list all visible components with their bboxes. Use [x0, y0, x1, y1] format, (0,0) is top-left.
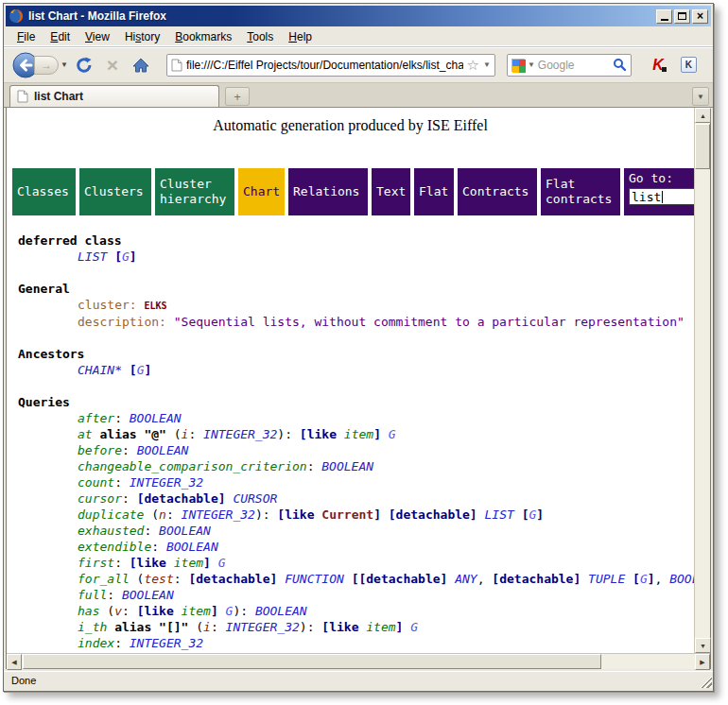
- feature-link[interactable]: count: [78, 475, 114, 490]
- resize-grip[interactable]: [700, 676, 712, 688]
- class-link[interactable]: INTEGER_32: [203, 427, 277, 441]
- feature-link[interactable]: exhausted: [78, 524, 144, 538]
- class-link[interactable]: BOOLEAN: [166, 540, 218, 554]
- class-link[interactable]: CHAIN*: [78, 363, 122, 377]
- url-dropdown-icon[interactable]: ▼: [483, 60, 491, 69]
- feature-link[interactable]: first: [78, 556, 114, 570]
- title-bar[interactable]: list Chart - Mozilla Firefox ×: [6, 6, 711, 26]
- class-link[interactable]: BOOLEAN: [137, 443, 189, 457]
- nav-button-chart[interactable]: Chart: [238, 168, 285, 215]
- nav-button-text[interactable]: Text: [372, 168, 410, 215]
- class-link[interactable]: INTEGER_32: [307, 652, 381, 653]
- feature-link[interactable]: item: [366, 620, 395, 634]
- vertical-scrollbar[interactable]: ▲ ▼: [694, 108, 710, 653]
- history-dropdown-icon[interactable]: ▼: [61, 60, 68, 69]
- horizontal-scroll-thumb[interactable]: [23, 654, 601, 669]
- generic-link[interactable]: G: [389, 427, 396, 441]
- search-input[interactable]: Google: [538, 59, 610, 72]
- minimize-button[interactable]: [656, 9, 672, 24]
- home-button[interactable]: [129, 57, 153, 74]
- feature-link[interactable]: for_all: [78, 572, 130, 586]
- list-all-tabs-button[interactable]: ▼: [692, 87, 709, 106]
- kaspersky-icon[interactable]: K: [649, 57, 667, 74]
- nav-button-classes[interactable]: Classes: [12, 168, 76, 215]
- search-box[interactable]: ▼ Google: [507, 54, 632, 77]
- feature-link[interactable]: item: [218, 652, 248, 653]
- class-link[interactable]: ANY: [455, 572, 477, 586]
- new-tab-button[interactable]: +: [225, 87, 250, 106]
- feature-link[interactable]: before: [78, 443, 122, 457]
- close-button[interactable]: ×: [692, 9, 708, 24]
- feature-link[interactable]: index: [78, 636, 114, 650]
- generic-link[interactable]: G: [410, 620, 418, 634]
- search-engine-dropdown-icon[interactable]: ▼: [528, 60, 535, 69]
- class-link[interactable]: BOOLEAN: [130, 411, 182, 425]
- menu-file[interactable]: File: [9, 28, 43, 45]
- forward-button[interactable]: →: [34, 56, 59, 75]
- scroll-up-button[interactable]: ▲: [695, 108, 711, 123]
- feature-link[interactable]: extendible: [78, 540, 151, 554]
- class-link[interactable]: INTEGER_32: [130, 475, 203, 490]
- nav-button-clusters[interactable]: Clusters: [79, 168, 151, 215]
- nav-button-flat[interactable]: Flat: [414, 168, 454, 215]
- generic-link[interactable]: G: [122, 249, 130, 264]
- class-link[interactable]: INTEGER_32: [403, 652, 477, 653]
- feature-link[interactable]: after: [78, 411, 114, 425]
- goto-input[interactable]: list: [629, 188, 694, 205]
- menu-view[interactable]: View: [78, 28, 117, 45]
- page-content: Automatic generation produced by ISE Eif…: [7, 108, 694, 653]
- class-link[interactable]: LIST: [485, 507, 514, 522]
- generic-link[interactable]: G: [218, 556, 226, 570]
- bookmark-star-icon[interactable]: ☆: [467, 59, 479, 72]
- menu-tools[interactable]: Tools: [239, 28, 281, 45]
- class-link[interactable]: INTEGER_32: [182, 507, 255, 522]
- feature-link[interactable]: cursor: [78, 491, 122, 506]
- search-go-icon[interactable]: [613, 58, 627, 72]
- menu-help[interactable]: Help: [281, 28, 320, 45]
- feature-link[interactable]: item: [344, 427, 373, 441]
- scroll-right-button[interactable]: ▶: [695, 654, 710, 670]
- feature-link[interactable]: at: [78, 427, 93, 441]
- vertical-scroll-thumb[interactable]: [695, 124, 710, 169]
- class-link[interactable]: BOOLEAN: [159, 524, 211, 538]
- tab-list-chart[interactable]: list Chart: [9, 85, 219, 107]
- menu-history[interactable]: History: [117, 28, 167, 45]
- feature-link[interactable]: index_of: [78, 652, 137, 653]
- menu-bookmarks[interactable]: Bookmarks: [167, 28, 239, 45]
- scroll-down-button[interactable]: ▼: [695, 638, 711, 653]
- nav-button-contracts[interactable]: Contracts: [458, 168, 537, 215]
- feature-link[interactable]: changeable_comparison_criterion: [78, 459, 307, 473]
- feature-link[interactable]: duplicate: [78, 507, 144, 522]
- feature-link[interactable]: i_th: [78, 620, 107, 634]
- feature-link[interactable]: item: [182, 604, 211, 618]
- nav-button-flat-contracts[interactable]: Flat contracts: [541, 168, 620, 215]
- maximize-button[interactable]: [674, 9, 690, 24]
- generic-link[interactable]: G: [263, 652, 270, 653]
- menu-edit[interactable]: Edit: [43, 28, 78, 45]
- horizontal-scroll-track[interactable]: [601, 654, 695, 669]
- k-addon-button[interactable]: K: [681, 57, 697, 73]
- class-link[interactable]: LIST: [78, 249, 107, 264]
- feature-link[interactable]: has: [78, 604, 99, 618]
- feature-link[interactable]: item: [174, 556, 203, 570]
- class-link[interactable]: BOOLEAN: [321, 459, 373, 473]
- class-link[interactable]: INTEGER_32: [226, 620, 300, 634]
- feature-link[interactable]: full: [78, 588, 107, 602]
- vertical-scroll-track[interactable]: [695, 169, 710, 638]
- class-link[interactable]: TUPLE: [588, 572, 625, 586]
- class-link[interactable]: CURSOR: [233, 491, 277, 506]
- code-text: [581, 572, 588, 586]
- generic-link[interactable]: G: [640, 572, 648, 586]
- nav-button-cluster-hierarchy[interactable]: Cluster hierarchy: [155, 168, 234, 215]
- horizontal-scrollbar[interactable]: ◀ ▶: [7, 653, 710, 669]
- nav-button-relations[interactable]: Relations: [288, 168, 368, 215]
- stop-button[interactable]: ×: [100, 56, 125, 75]
- address-bar[interactable]: file:///C:/Eiffel Projects/tour/Document…: [166, 54, 495, 77]
- class-link[interactable]: BOOLEAN: [669, 572, 694, 586]
- class-link[interactable]: INTEGER_32: [130, 636, 203, 650]
- reload-button[interactable]: [72, 56, 96, 75]
- class-link[interactable]: FUNCTION: [285, 572, 344, 586]
- scroll-left-button[interactable]: ◀: [7, 654, 22, 670]
- class-link[interactable]: BOOLEAN: [255, 604, 307, 618]
- class-link[interactable]: BOOLEAN: [122, 588, 174, 602]
